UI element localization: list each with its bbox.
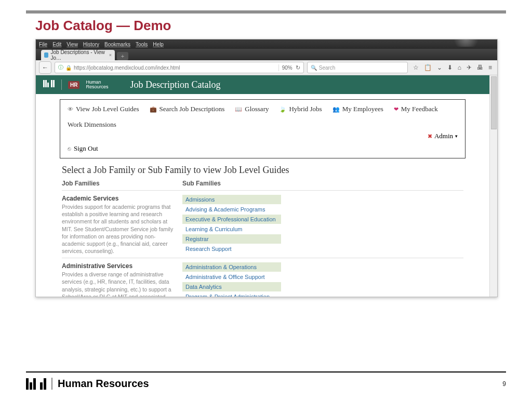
column-header-families: Job Families [62, 180, 182, 187]
reload-icon[interactable]: ↻ [296, 64, 300, 71]
menu-history[interactable]: History [83, 42, 99, 47]
browser-tab[interactable]: Job Descriptions - View Jo… × [41, 50, 115, 60]
nav-work-dimensions[interactable]: Work Dimensions [68, 121, 116, 129]
wrench-icon: ✖ [428, 133, 432, 140]
hamburger-icon[interactable]: ≡ [488, 64, 492, 71]
signout-icon: ⎋ [68, 145, 71, 152]
mit-logo-icon [43, 80, 55, 89]
subfamily-link[interactable]: Learning & Curriculum [182, 224, 281, 234]
subfamily-link[interactable]: Administration & Operations [182, 262, 281, 272]
tab-close-icon[interactable]: × [109, 52, 112, 58]
url-text: https://jobcatalog.mendixcloud.com/index… [74, 65, 180, 71]
subfamily-link[interactable]: Data Analytics [182, 282, 281, 292]
subfamily-link[interactable]: Registrar [182, 234, 281, 244]
download-icon[interactable]: ⬇ [447, 64, 453, 71]
menu-edit[interactable]: Edit [52, 42, 61, 47]
firefox-menubar: File Edit View History Bookmarks Tools H… [36, 39, 497, 49]
slide-top-rule [26, 10, 506, 14]
search-icon: 🔍 [311, 65, 317, 71]
chevron-down-icon: ▾ [455, 134, 458, 139]
slide-title: Job Catalog — Demo [35, 18, 506, 34]
subfamily-link[interactable]: Admissions [182, 195, 281, 205]
tab-strip: Job Descriptions - View Jo… × + [36, 49, 497, 60]
favicon-icon [44, 52, 48, 58]
family-row: Administrative Services Provides a diver… [62, 258, 463, 297]
heart-icon: ❤ [394, 106, 398, 113]
page-number: 9 [502, 380, 506, 388]
print-icon[interactable]: 🖶 [477, 64, 483, 71]
subfamily-link[interactable]: Executive & Professional Education [182, 215, 281, 224]
family-title: Administrative Services [62, 262, 176, 270]
menu-tools[interactable]: Tools [136, 42, 148, 47]
nav-view-guides[interactable]: 👁View Job Level Guides [68, 105, 139, 113]
browser-search-input[interactable]: 🔍 Search [307, 62, 408, 73]
book-icon: 📖 [235, 106, 242, 113]
send-icon[interactable]: ✈ [467, 64, 472, 71]
search-placeholder: Search [319, 65, 336, 71]
webpage-body: HR HumanResources Job Description Catalo… [36, 75, 489, 297]
lock-icon: 🔒 [65, 65, 72, 71]
slide-footer: Human Resources 9 [26, 371, 506, 390]
eye-icon: 👁 [68, 106, 73, 112]
page-heading: Select a Job Family or Sub Family to vie… [62, 165, 463, 176]
family-description: Provides support for academic programs t… [62, 203, 176, 255]
scrollbar-thumb[interactable] [491, 76, 497, 129]
hr-badge: HR [68, 81, 79, 89]
leaf-icon: 🍃 [279, 106, 286, 113]
bookmark-star-icon[interactable]: ☆ [413, 64, 419, 71]
nav-hybrid-jobs[interactable]: 🍃Hybrid Jobs [279, 105, 322, 113]
menu-bookmarks[interactable]: Bookmarks [104, 42, 130, 47]
nav-search-descriptions[interactable]: 💼Search Job Descriptions [150, 105, 225, 113]
hr-label: HumanResources [86, 80, 108, 89]
nav-my-feedback[interactable]: ❤My Feedback [394, 105, 438, 113]
menu-file[interactable]: File [39, 42, 47, 47]
subfamily-link[interactable]: Administrative & Office Support [182, 272, 281, 282]
back-button[interactable]: ← [39, 61, 51, 74]
nav-box: 👁View Job Level Guides 💼Search Job Descr… [60, 99, 466, 158]
app-title: Job Description Catalog [130, 79, 220, 90]
column-header-subfamilies: Sub Families [182, 180, 281, 187]
family-description: Provides a diverse range of administrati… [62, 271, 176, 297]
subfamily-link[interactable]: Advising & Academic Programs [182, 205, 281, 215]
new-tab-button[interactable]: + [117, 52, 128, 60]
briefcase-icon: 💼 [150, 106, 157, 113]
toolbar-icons: ☆ 📋 ⌄ ⬇ ⌂ ✈ 🖶 ≡ [411, 64, 494, 71]
home-icon[interactable]: ⌂ [458, 64, 461, 71]
nav-glossary[interactable]: 📖Glossary [235, 105, 269, 113]
screenshot-frame: File Edit View History Bookmarks Tools H… [35, 39, 498, 297]
footer-label: Human Resources [51, 378, 149, 390]
menu-view[interactable]: View [66, 42, 78, 47]
subfamily-link[interactable]: Program & Project Administration [182, 292, 281, 297]
subfamily-link[interactable]: Research Support [182, 244, 281, 254]
tab-title: Job Descriptions - View Jo… [50, 50, 107, 60]
zoom-level[interactable]: 90% [282, 65, 292, 71]
pocket-icon[interactable]: ⌄ [437, 64, 442, 71]
clipboard-icon[interactable]: 📋 [424, 64, 432, 71]
people-icon: 👥 [332, 106, 340, 113]
url-input[interactable]: ⓘ 🔒 https://jobcatalog.mendixcloud.com/i… [55, 62, 304, 73]
family-row: Academic Services Provides support for a… [62, 190, 463, 255]
address-bar: ← ⓘ 🔒 https://jobcatalog.mendixcloud.com… [36, 60, 497, 75]
nav-admin[interactable]: ✖Admin▾ [428, 132, 458, 140]
nav-my-employees[interactable]: 👥My Employees [332, 105, 383, 113]
nav-sign-out[interactable]: ⎋Sign Out [68, 144, 458, 153]
app-header: HR HumanResources Job Description Catalo… [36, 75, 489, 94]
menu-help[interactable]: Help [153, 42, 164, 47]
scrollbar[interactable] [489, 75, 497, 297]
family-title: Academic Services [62, 195, 176, 202]
mit-footer-logo-icon [26, 378, 46, 390]
info-icon: ⓘ [58, 64, 63, 71]
